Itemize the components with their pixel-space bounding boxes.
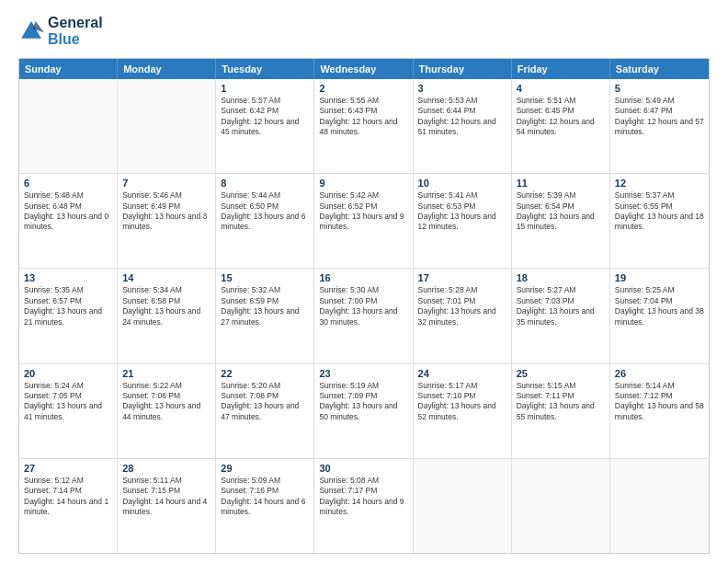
day-info: Sunrise: 5:55 AMSunset: 6:43 PMDaylight:…: [319, 96, 407, 138]
cal-week-4: 20Sunrise: 5:24 AMSunset: 7:05 PMDayligh…: [19, 364, 709, 459]
cal-week-5: 27Sunrise: 5:12 AMSunset: 7:14 PMDayligh…: [19, 459, 709, 553]
day-info: Sunrise: 5:48 AMSunset: 6:48 PMDaylight:…: [24, 190, 112, 233]
day-info: Sunrise: 5:53 AMSunset: 6:44 PMDaylight:…: [418, 96, 506, 138]
day-info: Sunrise: 5:08 AMSunset: 7:17 PMDaylight:…: [319, 476, 407, 518]
page: General Blue SundayMondayTuesdayWednesda…: [0, 0, 728, 563]
cal-cell-day-6: 6Sunrise: 5:48 AMSunset: 6:48 PMDaylight…: [19, 174, 118, 268]
cal-cell-day-8: 8Sunrise: 5:44 AMSunset: 6:50 PMDaylight…: [216, 174, 314, 268]
day-number: 17: [418, 272, 506, 283]
day-info: Sunrise: 5:37 AMSunset: 6:55 PMDaylight:…: [615, 190, 704, 233]
day-info: Sunrise: 5:49 AMSunset: 6:47 PMDaylight:…: [615, 96, 704, 138]
day-info: Sunrise: 5:22 AMSunset: 7:06 PMDaylight:…: [122, 381, 210, 423]
calendar-body: 1Sunrise: 5:57 AMSunset: 6:42 PMDaylight…: [19, 79, 709, 553]
day-number: 11: [517, 178, 605, 189]
day-info: Sunrise: 5:17 AMSunset: 7:10 PMDaylight:…: [418, 381, 506, 423]
day-info: Sunrise: 5:39 AMSunset: 6:54 PMDaylight:…: [517, 190, 605, 233]
cal-cell-day-29: 29Sunrise: 5:09 AMSunset: 7:16 PMDayligh…: [216, 459, 314, 553]
day-number: 12: [615, 178, 704, 189]
cal-cell-empty: [610, 459, 709, 553]
cal-cell-day-21: 21Sunrise: 5:22 AMSunset: 7:06 PMDayligh…: [118, 364, 216, 458]
day-info: Sunrise: 5:42 AMSunset: 6:52 PMDaylight:…: [319, 190, 407, 233]
day-info: Sunrise: 5:44 AMSunset: 6:50 PMDaylight:…: [221, 190, 309, 233]
day-number: 20: [24, 368, 112, 379]
day-number: 8: [221, 178, 309, 189]
logo-text: General Blue: [48, 15, 103, 49]
cal-cell-day-1: 1Sunrise: 5:57 AMSunset: 6:42 PMDaylight…: [216, 79, 314, 173]
day-info: Sunrise: 5:32 AMSunset: 6:59 PMDaylight:…: [221, 285, 309, 327]
cal-cell-day-25: 25Sunrise: 5:15 AMSunset: 7:11 PMDayligh…: [512, 364, 610, 458]
day-number: 23: [319, 368, 407, 379]
cal-cell-day-28: 28Sunrise: 5:11 AMSunset: 7:15 PMDayligh…: [118, 459, 216, 553]
cal-cell-empty: [19, 79, 118, 173]
day-number: 21: [122, 368, 210, 379]
day-number: 26: [615, 368, 704, 379]
cal-header-monday: Monday: [118, 59, 216, 79]
day-number: 22: [221, 368, 309, 379]
day-number: 2: [319, 83, 407, 94]
cal-cell-day-24: 24Sunrise: 5:17 AMSunset: 7:10 PMDayligh…: [414, 364, 512, 458]
cal-cell-day-9: 9Sunrise: 5:42 AMSunset: 6:52 PMDaylight…: [314, 174, 413, 268]
cal-cell-day-27: 27Sunrise: 5:12 AMSunset: 7:14 PMDayligh…: [19, 459, 118, 553]
cal-cell-day-18: 18Sunrise: 5:27 AMSunset: 7:03 PMDayligh…: [512, 269, 610, 362]
day-number: 7: [122, 178, 210, 189]
day-info: Sunrise: 5:09 AMSunset: 7:16 PMDaylight:…: [221, 476, 309, 518]
cal-cell-day-4: 4Sunrise: 5:51 AMSunset: 6:45 PMDaylight…: [512, 79, 610, 173]
day-number: 30: [319, 463, 407, 474]
day-info: Sunrise: 5:14 AMSunset: 7:12 PMDaylight:…: [615, 381, 704, 423]
cal-cell-day-12: 12Sunrise: 5:37 AMSunset: 6:55 PMDayligh…: [610, 174, 709, 268]
day-number: 5: [615, 83, 704, 94]
day-info: Sunrise: 5:20 AMSunset: 7:08 PMDaylight:…: [221, 381, 309, 423]
cal-cell-day-3: 3Sunrise: 5:53 AMSunset: 6:44 PMDaylight…: [414, 79, 512, 173]
day-number: 3: [418, 83, 506, 94]
day-number: 13: [24, 272, 112, 283]
cal-cell-day-17: 17Sunrise: 5:28 AMSunset: 7:01 PMDayligh…: [414, 269, 512, 362]
logo: General Blue: [18, 15, 103, 49]
day-info: Sunrise: 5:34 AMSunset: 6:58 PMDaylight:…: [122, 285, 210, 327]
cal-cell-day-30: 30Sunrise: 5:08 AMSunset: 7:17 PMDayligh…: [314, 459, 413, 553]
day-info: Sunrise: 5:51 AMSunset: 6:45 PMDaylight:…: [517, 96, 605, 138]
day-number: 16: [319, 272, 407, 283]
cal-header-wednesday: Wednesday: [314, 59, 413, 79]
cal-cell-day-16: 16Sunrise: 5:30 AMSunset: 7:00 PMDayligh…: [314, 269, 413, 362]
cal-cell-day-11: 11Sunrise: 5:39 AMSunset: 6:54 PMDayligh…: [512, 174, 610, 268]
cal-cell-day-14: 14Sunrise: 5:34 AMSunset: 6:58 PMDayligh…: [118, 269, 216, 362]
day-info: Sunrise: 5:30 AMSunset: 7:00 PMDaylight:…: [319, 285, 407, 327]
day-number: 19: [615, 272, 704, 283]
day-number: 9: [319, 178, 407, 189]
day-number: 28: [122, 463, 210, 474]
cal-cell-day-19: 19Sunrise: 5:25 AMSunset: 7:04 PMDayligh…: [610, 269, 709, 362]
cal-cell-day-2: 2Sunrise: 5:55 AMSunset: 6:43 PMDaylight…: [314, 79, 413, 173]
day-number: 24: [418, 368, 506, 379]
cal-cell-day-10: 10Sunrise: 5:41 AMSunset: 6:53 PMDayligh…: [414, 174, 512, 268]
day-info: Sunrise: 5:12 AMSunset: 7:14 PMDaylight:…: [24, 476, 112, 518]
day-info: Sunrise: 5:41 AMSunset: 6:53 PMDaylight:…: [418, 190, 506, 233]
cal-cell-day-22: 22Sunrise: 5:20 AMSunset: 7:08 PMDayligh…: [216, 364, 314, 458]
day-info: Sunrise: 5:35 AMSunset: 6:57 PMDaylight:…: [24, 285, 112, 327]
cal-week-2: 6Sunrise: 5:48 AMSunset: 6:48 PMDaylight…: [19, 174, 709, 269]
cal-cell-day-7: 7Sunrise: 5:46 AMSunset: 6:49 PMDaylight…: [118, 174, 216, 268]
day-info: Sunrise: 5:19 AMSunset: 7:09 PMDaylight:…: [319, 381, 407, 423]
cal-week-3: 13Sunrise: 5:35 AMSunset: 6:57 PMDayligh…: [19, 269, 709, 363]
cal-cell-day-23: 23Sunrise: 5:19 AMSunset: 7:09 PMDayligh…: [314, 364, 413, 458]
cal-cell-empty: [414, 459, 512, 553]
day-info: Sunrise: 5:24 AMSunset: 7:05 PMDaylight:…: [24, 381, 112, 423]
day-info: Sunrise: 5:28 AMSunset: 7:01 PMDaylight:…: [418, 285, 506, 327]
logo-icon: [18, 18, 44, 44]
cal-cell-empty: [512, 459, 610, 553]
cal-cell-day-20: 20Sunrise: 5:24 AMSunset: 7:05 PMDayligh…: [19, 364, 118, 458]
cal-header-friday: Friday: [512, 59, 610, 79]
calendar: SundayMondayTuesdayWednesdayThursdayFrid…: [18, 58, 710, 554]
day-number: 14: [122, 272, 210, 283]
day-number: 6: [24, 178, 112, 189]
day-number: 1: [221, 83, 309, 94]
cal-cell-empty: [118, 79, 216, 173]
cal-cell-day-13: 13Sunrise: 5:35 AMSunset: 6:57 PMDayligh…: [19, 269, 118, 362]
day-info: Sunrise: 5:25 AMSunset: 7:04 PMDaylight:…: [615, 285, 704, 327]
cal-cell-day-26: 26Sunrise: 5:14 AMSunset: 7:12 PMDayligh…: [610, 364, 709, 458]
cal-cell-day-15: 15Sunrise: 5:32 AMSunset: 6:59 PMDayligh…: [216, 269, 314, 362]
header: General Blue: [18, 15, 710, 49]
cal-week-1: 1Sunrise: 5:57 AMSunset: 6:42 PMDaylight…: [19, 79, 709, 174]
day-number: 4: [517, 83, 605, 94]
cal-header-thursday: Thursday: [414, 59, 512, 79]
day-info: Sunrise: 5:46 AMSunset: 6:49 PMDaylight:…: [122, 190, 210, 233]
